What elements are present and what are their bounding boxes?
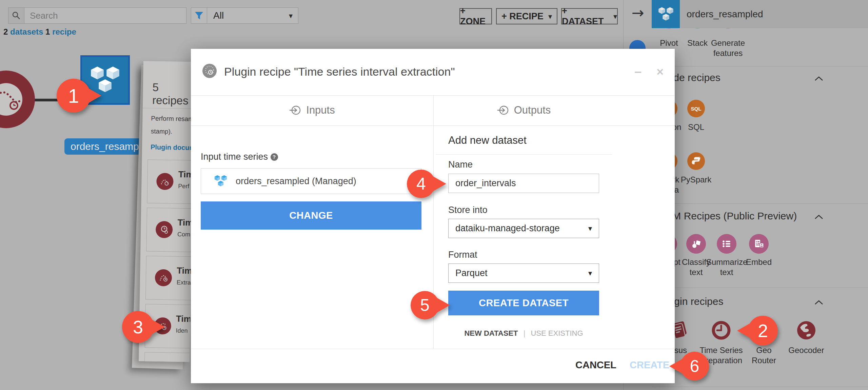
collapse-section-chevron-icon[interactable] xyxy=(814,300,823,307)
section-title-llm-recipes: LLM Recipes (Public Preview) xyxy=(661,210,797,222)
create-dataset-button[interactable]: CREATE DATASET xyxy=(448,291,599,315)
plugin-documentation-link[interactable]: Plugin documen xyxy=(151,143,194,152)
collapse-section-chevron-icon[interactable] xyxy=(814,214,823,221)
store-into-label: Store into xyxy=(448,205,488,215)
filter-funnel-icon xyxy=(191,8,207,23)
dataset-cubes-icon xyxy=(214,174,228,188)
modal-title: Plugin recipe "Time series interval extr… xyxy=(224,65,455,78)
change-input-button[interactable]: CHANGE xyxy=(201,201,421,230)
annotation-marker-2: 2 xyxy=(748,316,778,346)
format-label: Format xyxy=(448,250,477,260)
annotation-marker-1: 1 xyxy=(57,79,91,113)
pyspark-recipe-icon[interactable] xyxy=(687,152,705,170)
collapse-panel-arrow-icon[interactable]: → xyxy=(624,4,652,21)
card-description-line1: Perform resamp xyxy=(151,115,194,123)
chevron-down-icon: ▾ xyxy=(588,224,592,233)
divider xyxy=(436,154,612,155)
plugin-recipe-icon xyxy=(202,63,217,80)
card-recipe-item[interactable]: Tim Extra xyxy=(145,256,194,300)
card-recipe-item[interactable]: Tim Perf xyxy=(147,159,194,204)
plugin-recipe-modal: Plugin recipe "Time series interval extr… xyxy=(191,49,675,383)
input-time-series-label: Input time series ? xyxy=(201,152,278,162)
filter-value: All xyxy=(207,8,284,23)
create-button[interactable]: CREATE xyxy=(630,359,669,371)
new-dataset-tab[interactable]: NEW DATASET xyxy=(464,329,518,337)
help-icon[interactable]: ? xyxy=(271,153,278,161)
use-existing-tab[interactable]: USE EXISTING xyxy=(531,329,583,337)
chevron-down-icon: ▾ xyxy=(548,12,552,21)
output-arrow-icon xyxy=(497,104,509,116)
add-zone-button[interactable]: + ZONE xyxy=(459,8,492,24)
minimize-icon[interactable]: – xyxy=(634,64,642,79)
geocoder-plugin-icon[interactable] xyxy=(796,320,816,340)
flow-object-counts: 2 datasets 1 recipe xyxy=(3,27,76,37)
chevron-down-icon: ▾ xyxy=(613,12,617,21)
dataset-mode-switcher: NEW DATASET | USE EXISTING xyxy=(448,329,599,338)
divider xyxy=(191,125,675,126)
card-recipe-item[interactable]: Tim Com xyxy=(146,208,194,252)
add-new-dataset-title: Add new dataset xyxy=(448,134,527,147)
classify-text-recipe-icon[interactable] xyxy=(686,234,706,254)
panel-title: orders_resampled xyxy=(687,0,763,28)
annotation-marker-6: 6 xyxy=(680,352,709,381)
input-dataset-row[interactable]: orders_resampled (Managed) xyxy=(201,168,421,194)
search-input[interactable] xyxy=(24,8,186,23)
code-recipe-label[interactable]: PySpark xyxy=(679,175,713,185)
sql-recipe-icon[interactable]: SQL xyxy=(687,100,705,117)
plugin-recipe-label[interactable]: Geocoder xyxy=(786,345,827,355)
dataiku-flow-screen: All ▾ + ZONE + RECIPE▾ + DATASET▾ 2 data… xyxy=(0,0,868,390)
chevron-down-icon: ▾ xyxy=(588,269,592,277)
flow-search[interactable] xyxy=(8,7,186,24)
embed-recipe-icon[interactable] xyxy=(749,234,769,254)
plugin-recipe-label[interactable]: Geo Router xyxy=(744,345,784,366)
annotation-marker-5: 5 xyxy=(411,291,439,319)
divider xyxy=(652,203,868,204)
right-panel-header: orders_resampled xyxy=(652,0,868,28)
chevron-down-icon: ▾ xyxy=(289,12,293,20)
code-recipe-label[interactable]: SQL xyxy=(681,122,711,132)
dataset-name-input[interactable] xyxy=(448,174,599,193)
card-recipe-item[interactable] xyxy=(144,352,194,362)
llm-recipe-label[interactable]: Embed xyxy=(744,257,774,267)
name-label: Name xyxy=(448,159,473,170)
time-series-preparation-plugin-icon[interactable] xyxy=(711,320,731,340)
divider xyxy=(652,387,868,387)
divider xyxy=(652,66,868,66)
annotation-marker-4: 4 xyxy=(407,170,435,198)
inputs-header: Inputs xyxy=(191,100,433,121)
collapse-section-chevron-icon[interactable] xyxy=(814,76,823,83)
input-arrow-icon xyxy=(289,104,301,116)
action-label-generate-features[interactable]: Generate features xyxy=(708,38,748,58)
time-series-recipe-icon xyxy=(156,221,173,238)
summarize-text-recipe-icon[interactable] xyxy=(717,234,736,254)
flow-filter[interactable]: All ▾ xyxy=(191,7,298,24)
store-into-select[interactable]: dataiku-managed-storage ▾ xyxy=(448,219,599,238)
resample-recipe-icon xyxy=(0,69,38,132)
cancel-button[interactable]: CANCEL xyxy=(575,359,616,371)
time-series-recipe-icon xyxy=(156,173,174,190)
divider xyxy=(191,95,675,96)
divider xyxy=(652,288,868,288)
divider xyxy=(143,108,194,109)
annotation-marker-3: 3 xyxy=(122,311,154,343)
search-icon xyxy=(8,8,24,23)
time-series-recipe-icon xyxy=(155,269,172,287)
action-label-pivot[interactable]: Pivot xyxy=(655,38,683,48)
card-description-line2: stamp). xyxy=(151,128,173,135)
outputs-header: Outputs xyxy=(433,100,614,121)
input-dataset-name: orders_resampled (Managed) xyxy=(236,176,356,187)
add-dataset-button[interactable]: + DATASET▾ xyxy=(561,8,618,24)
card-title: 5 recipes xyxy=(152,81,194,107)
llm-recipe-label[interactable]: Summarize text xyxy=(706,257,747,277)
divider xyxy=(191,349,675,349)
add-recipe-button[interactable]: + RECIPE▾ xyxy=(496,8,557,24)
close-icon[interactable]: ✕ xyxy=(656,66,664,78)
dataset-node-label: orders_resampled xyxy=(64,138,151,155)
dataset-cubes-icon xyxy=(652,0,680,28)
format-select[interactable]: Parquet ▾ xyxy=(448,264,599,283)
resample-recipe-node[interactable] xyxy=(0,69,38,132)
